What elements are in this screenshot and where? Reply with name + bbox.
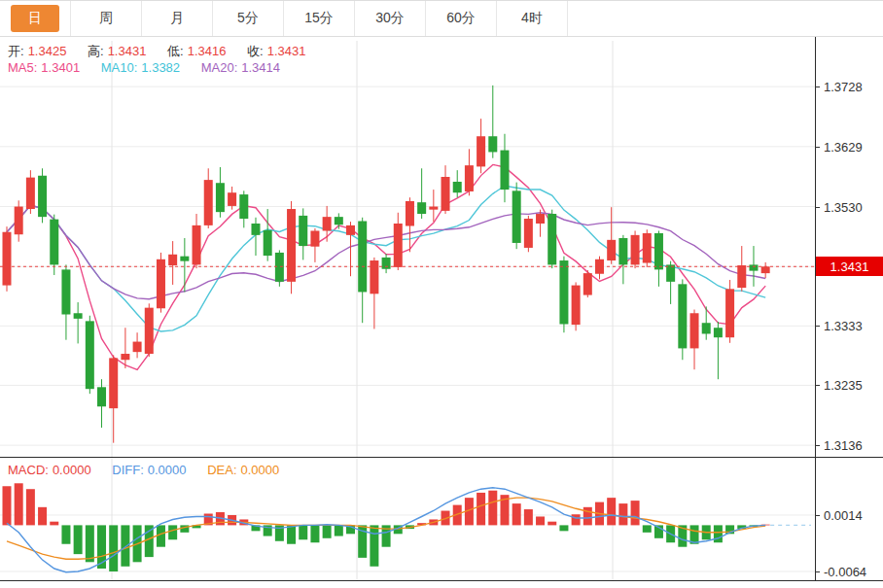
- macd-bar-up: [26, 489, 35, 525]
- candle-body: [346, 225, 355, 235]
- macd-bar-down: [559, 525, 568, 531]
- candle-body: [228, 192, 236, 206]
- axis-tick-label: -0.0064: [824, 564, 866, 578]
- candle-body: [547, 214, 556, 264]
- candle-body: [654, 233, 663, 269]
- axis-tick-label: 1.3333: [824, 319, 863, 333]
- axis-tick-mark: [815, 326, 820, 327]
- macd-bar-up: [618, 503, 627, 525]
- axis-tick-mark: [815, 571, 820, 572]
- candle-body: [536, 214, 545, 224]
- candle-body: [109, 358, 118, 408]
- close-label: 收:: [247, 44, 264, 58]
- macd-bar-down: [714, 525, 723, 542]
- candle-up: [3, 226, 12, 292]
- macd-bar-up: [583, 507, 592, 526]
- macd-bar-up: [3, 486, 12, 525]
- candle-body: [417, 202, 426, 214]
- candle-up: [524, 216, 533, 252]
- dea-value: 0.0000: [241, 463, 280, 477]
- candle-down: [512, 183, 521, 250]
- tab-m60[interactable]: 60分: [426, 1, 497, 36]
- macd-bar-up: [536, 516, 545, 525]
- candle-down: [275, 250, 284, 286]
- candle-up: [595, 257, 604, 280]
- candle-up: [442, 165, 450, 214]
- ma20-label: MA20:: [201, 60, 238, 75]
- macd-bar-down: [370, 525, 378, 566]
- macd-bar-up: [572, 514, 581, 525]
- tab-month[interactable]: 月: [142, 1, 213, 36]
- candle-up: [406, 197, 414, 252]
- tab-day[interactable]: 日: [0, 1, 71, 36]
- macd-bar-down: [145, 525, 154, 557]
- diff-value: 0.0000: [148, 463, 187, 477]
- tab-week[interactable]: 周: [71, 1, 142, 36]
- candle-body: [678, 284, 687, 348]
- diff-label: DIFF:: [112, 463, 144, 477]
- macd-bar-up: [477, 493, 485, 525]
- main-candlestick-chart[interactable]: [0, 37, 815, 457]
- candle-up: [26, 170, 35, 214]
- tab-label: 30分: [358, 5, 422, 32]
- candle-body: [26, 178, 35, 209]
- candle-body: [15, 207, 23, 235]
- candle-body: [38, 176, 47, 217]
- macd-bar-down: [121, 525, 129, 566]
- candle-up: [643, 229, 652, 267]
- candle-body: [370, 260, 378, 294]
- tab-m5[interactable]: 5分: [213, 1, 284, 36]
- ma5-value: 1.3401: [41, 60, 80, 75]
- candle-up: [310, 228, 319, 262]
- macd-bar-down: [61, 525, 70, 543]
- candle-body: [406, 201, 414, 226]
- ma20-line: [7, 205, 765, 298]
- tab-label: 4时: [504, 5, 560, 32]
- tab-label: 月: [153, 5, 201, 32]
- candle-body: [524, 219, 533, 248]
- candle-down: [180, 238, 189, 292]
- macd-bar-up: [15, 483, 23, 525]
- candle-down: [264, 209, 272, 261]
- macd-bar-up: [488, 491, 497, 526]
- candle-down: [216, 167, 225, 218]
- candle-body: [761, 266, 770, 273]
- macd-bar-up: [38, 507, 47, 526]
- high-value: 1.3431: [108, 44, 147, 58]
- tab-label: 15分: [287, 5, 351, 32]
- candle-up: [157, 253, 165, 313]
- candle-body: [631, 235, 640, 265]
- macd-bar-down: [643, 525, 652, 532]
- ma-legend: MA5:1.3401 MA10:1.3382 MA20:1.3414: [8, 60, 284, 75]
- candle-up: [204, 168, 213, 228]
- candle-down: [547, 210, 556, 268]
- candle-up: [121, 328, 129, 368]
- macd-bar-down: [335, 525, 343, 536]
- tab-m15[interactable]: 15分: [284, 1, 355, 36]
- candle-body: [500, 151, 509, 190]
- tab-m30[interactable]: 30分: [355, 1, 426, 36]
- candle-down: [702, 306, 711, 339]
- current-price-badge: 1.3431: [816, 257, 883, 276]
- candle-body: [168, 255, 177, 265]
- tab-label: 5分: [220, 5, 276, 32]
- candle-body: [737, 265, 746, 288]
- candle-body: [643, 233, 652, 263]
- candle-body: [382, 258, 391, 269]
- bottom-axis-line: [0, 580, 883, 581]
- macd-bar-up: [524, 509, 533, 525]
- candle-body: [216, 183, 225, 212]
- candle-down: [239, 190, 248, 227]
- candle-body: [299, 216, 307, 246]
- axis-tick-label: 1.3235: [824, 378, 863, 393]
- candle-up: [145, 303, 154, 357]
- timeframe-tabbar: 日周月5分15分30分60分4时: [0, 0, 883, 37]
- candle-down: [358, 218, 367, 323]
- candle-body: [702, 323, 711, 333]
- tab-h4[interactable]: 4时: [497, 1, 568, 36]
- macd-bar-down: [109, 525, 118, 571]
- candle-down: [97, 379, 106, 428]
- candle-up: [370, 258, 378, 329]
- candle-down: [61, 264, 70, 339]
- tab-label: 日: [11, 5, 59, 32]
